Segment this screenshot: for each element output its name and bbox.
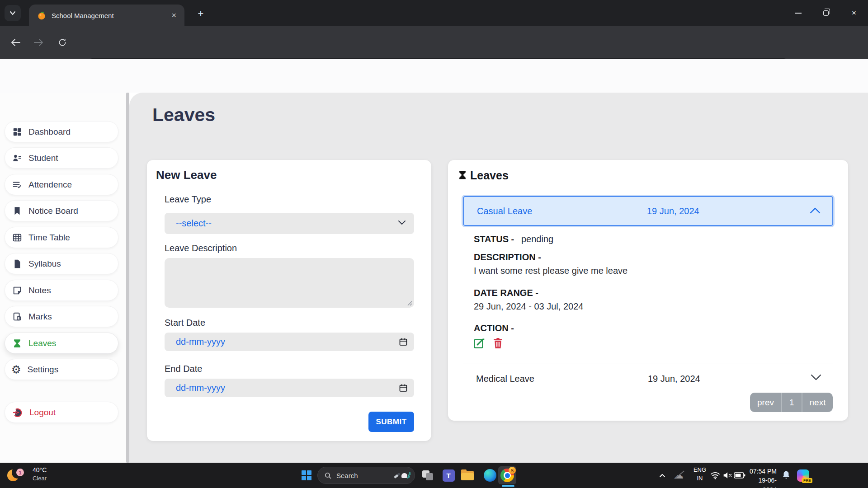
teams-button[interactable]: T [439,466,458,484]
chevron-up-icon[interactable] [810,207,821,214]
sidebar-item-notice-board[interactable]: Notice Board [5,200,118,221]
chrome-button-active[interactable]: S [498,466,516,484]
windows-logo-icon [302,470,311,480]
start-button[interactable] [297,466,316,484]
language-indicator[interactable]: ENG IN [690,466,710,483]
clock-widget[interactable]: 07:54 PM 19-06-2024 [747,467,777,488]
sidebar-item-dashboard[interactable]: Dashboard [5,121,118,142]
sidebar-item-label: Settings [28,365,59,375]
leave-description-textarea[interactable] [165,258,414,308]
date-range-value: 29 Jun, 2024 - 03 Jul, 2024 [474,301,583,312]
sidebar-item-marks[interactable]: Marks [5,306,118,327]
weather-condition: Clear [33,475,47,482]
new-leave-title: New Leave [156,168,217,182]
sidebar-item-syllabus[interactable]: Syllabus [5,253,118,274]
reload-button[interactable] [55,35,70,50]
pagination-page-1[interactable]: 1 [782,393,802,412]
weather-widget[interactable]: 1 40°C Clear [6,465,47,483]
description-label: DESCRIPTION - [474,252,541,263]
language-top: ENG [690,466,710,474]
calendar-icon[interactable] [399,337,408,347]
wifi-icon [710,471,720,479]
search-icon [324,472,332,479]
pagination-prev-button[interactable]: prev [750,393,781,412]
language-bottom: IN [690,474,710,483]
window-minimize-button[interactable] [784,0,812,26]
leaves-card-title: Leaves [470,169,509,182]
syllabus-icon [12,259,22,269]
battery-button[interactable] [731,466,748,484]
cloud-slash-icon: ☁ [674,469,684,481]
browser-tab[interactable]: School Management × [29,5,184,26]
chevron-down-icon [9,11,16,15]
weather-texts: 40°C Clear [33,466,47,482]
submit-button[interactable]: SUBMIT [368,412,414,432]
tray-date: 19-06-2024 [747,476,777,488]
sidebar-item-student[interactable]: Student [5,147,118,169]
sidebar-item-time-table[interactable]: Time Table [5,227,118,248]
sidebar-item-attendence[interactable]: Attendence [5,174,118,195]
leave-accordion-expanded[interactable]: Casual Leave 19 Jun, 2024 [463,196,833,226]
sidebar-scrollbar[interactable] [126,93,129,463]
tab-search-button[interactable] [5,5,21,21]
main-content: Leaves New Leave Leave Type --select-- L… [129,93,868,463]
new-tab-button[interactable]: + [194,7,207,20]
moon-icon: 1 [6,468,21,483]
leave-type-select[interactable]: --select-- [165,213,414,234]
sidebar-item-label: Dashboard [28,127,71,137]
bell-icon [782,470,791,480]
sidebar-item-logout[interactable]: Logout [5,402,118,423]
file-explorer-button[interactable] [458,466,476,484]
end-date-input[interactable]: dd-mm-yyyy [165,379,414,397]
sidebar-item-label: Notes [28,286,51,296]
attendance-icon [12,180,22,190]
tray-expand-button[interactable] [655,466,670,484]
hourglass-icon [458,169,467,182]
onedrive-paused-button[interactable]: ☁ [671,466,686,484]
tab-close-icon[interactable]: × [170,10,178,20]
window-controls: × [784,0,868,26]
chevron-down-icon [398,220,406,225]
window-restore-button[interactable] [812,0,840,26]
taskbar-search-placeholder: Search [336,472,394,479]
edge-button[interactable] [481,466,499,484]
delete-icon[interactable] [492,337,504,349]
edit-icon[interactable] [473,337,485,349]
student-icon [12,153,22,163]
copilot-preview-badge: PRE [802,478,812,483]
back-button[interactable] [8,35,23,50]
leave-date: 19 Jun, 2024 [647,206,699,216]
task-view-icon [422,470,433,480]
pagination: prev 1 next [750,393,833,412]
pagination-next-button[interactable]: next [802,393,833,412]
marks-icon [12,312,22,322]
new-leave-card: New Leave Leave Type --select-- Leave De… [147,160,431,441]
chevron-down-icon[interactable] [811,374,821,381]
start-date-label: Start Date [165,318,205,328]
site-s-badge-icon: S [509,467,516,474]
leave-type: Medical Leave [476,374,534,384]
window-close-button[interactable]: × [840,0,868,26]
time-table-icon [12,233,22,243]
copilot-button[interactable]: PRE [794,466,812,484]
sidebar-item-leaves[interactable]: Leaves [5,333,118,354]
sidebar-item-notes[interactable]: Notes [5,280,118,301]
forward-button[interactable] [32,35,46,50]
task-view-button[interactable] [419,466,437,484]
taskbar-search[interactable]: Search [317,467,415,484]
leave-accordion-collapsed[interactable]: Medical Leave 19 Jun, 2024 [463,367,833,390]
chrome-icon: S [500,469,514,482]
sidebar-item-label: Logout [29,408,56,418]
calendar-icon[interactable] [399,383,408,393]
sidebar-item-label: Time Table [28,233,70,243]
list-divider [463,363,833,363]
notifications-button[interactable] [778,466,794,484]
sidebar-item-settings[interactable]: ⚙ Settings [5,359,118,380]
start-date-input[interactable]: dd-mm-yyyy [165,333,414,351]
tray-time: 07:54 PM [747,467,777,476]
app-header: ERP Search... [0,59,868,93]
resize-handle-icon[interactable] [407,301,412,306]
browser-tab-strip: School Management × + × [0,0,868,26]
sidebar-item-label: Attendence [28,180,72,190]
leave-actions [473,337,504,349]
